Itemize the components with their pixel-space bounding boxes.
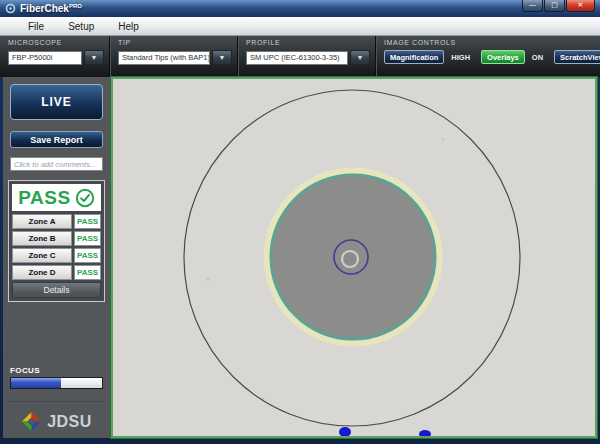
focus-bar-fill [11,378,61,388]
dust-speck [442,138,444,140]
defect-mark [419,430,431,436]
zone-row-a: Zone A PASS [12,214,101,229]
details-button[interactable]: Details [12,282,101,298]
magnification-button[interactable]: Magnification [384,50,444,64]
image-controls-section: IMAGE CONTROLS Magnification HIGH Overla… [375,36,600,77]
image-controls-label: IMAGE CONTROLS [384,39,600,46]
menu-file[interactable]: File [28,21,44,32]
tip-label: TIP [118,39,232,46]
profile-dropdown-arrow-icon[interactable]: ▼ [350,50,370,65]
app-window: FiberChekPRO — ▢ ✕ File Setup Help MICRO… [0,0,600,444]
window-title: FiberChekPRO [20,3,82,14]
tip-dropdown-arrow-icon[interactable]: ▼ [212,50,232,65]
app-logo-icon [5,3,16,14]
focus-bar [10,377,103,389]
zone-b-label: Zone B [12,231,72,246]
profile-label: PROFILE [246,39,370,46]
dust-speck [207,278,210,281]
menu-setup[interactable]: Setup [68,21,94,32]
overall-result: PASS [12,184,101,211]
save-report-button[interactable]: Save Report [10,131,103,148]
microscope-section: MICROSCOPE FBP-P5000i ▼ [0,36,109,77]
toolbar: MICROSCOPE FBP-P5000i ▼ TIP Standard Tip… [0,36,600,77]
brand-name: JDSU [47,413,92,431]
scratchview-button[interactable]: ScratchView [554,50,600,64]
zone-row-c: Zone C PASS [12,248,101,263]
microscope-label: MICROSCOPE [8,39,104,46]
fiber-endface-view [111,77,597,438]
zone-c-status: PASS [74,248,101,263]
comments-input[interactable] [10,157,103,171]
zone-d-label: Zone D [12,265,72,280]
zone-row-d: Zone D PASS [12,265,101,280]
overlays-button[interactable]: Overlays [481,50,525,64]
window-title-superscript: PRO [69,3,82,9]
defect-mark [339,427,351,436]
zone-row-b: Zone B PASS [12,231,101,246]
magnification-state: HIGH [451,53,470,62]
focus-label: FOCUS [10,366,103,375]
maximize-button[interactable]: ▢ [544,0,565,12]
zone-d-status: PASS [74,265,101,280]
tip-select[interactable]: Standard Tips (with BAP1) [118,51,210,65]
sidebar: LIVE Save Report PASS Zone A PASS Zone B [3,77,110,438]
brand-area: JDSU [8,401,105,434]
microscope-select[interactable]: FBP-P5000i [8,51,82,65]
live-button[interactable]: LIVE [10,84,103,120]
fiber-image [113,79,595,436]
zone-a-label: Zone A [12,214,72,229]
overall-result-status: PASS [18,187,70,209]
zone-b-status: PASS [74,231,101,246]
jdsu-logo-icon [21,411,42,432]
profile-section: PROFILE SM UPC (IEC-61300-3-35) ▼ [237,36,375,77]
menu-help[interactable]: Help [118,21,139,32]
zone-c-label: Zone C [12,248,72,263]
microscope-dropdown-arrow-icon[interactable]: ▼ [84,50,104,65]
result-panel: PASS Zone A PASS Zone B PASS Zone C PA [8,180,105,302]
profile-select[interactable]: SM UPC (IEC-61300-3-35) [246,51,348,65]
overlays-state: ON [532,53,543,62]
tip-section: TIP Standard Tips (with BAP1) ▼ [109,36,237,77]
titlebar: FiberChekPRO — ▢ ✕ [0,0,600,17]
pass-check-icon [75,188,95,208]
window-body: LIVE Save Report PASS Zone A PASS Zone B [0,77,600,444]
zone-a-status: PASS [74,214,101,229]
close-button[interactable]: ✕ [566,0,595,12]
minimize-button[interactable]: — [522,0,543,12]
menubar: File Setup Help [0,17,600,36]
